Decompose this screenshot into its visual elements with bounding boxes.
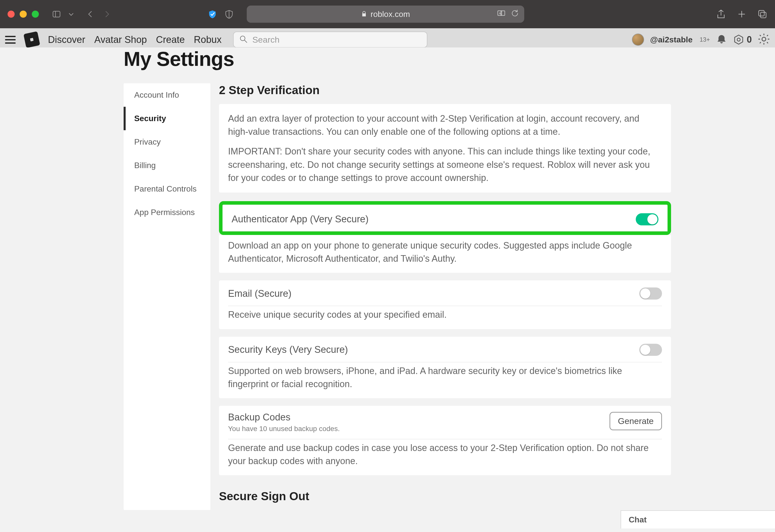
svg-rect-8 bbox=[759, 10, 764, 16]
avatar[interactable] bbox=[632, 34, 644, 46]
generate-backup-codes-button[interactable]: Generate bbox=[610, 412, 662, 430]
secure-sign-out-title: Secure Sign Out bbox=[219, 489, 671, 503]
svg-point-14 bbox=[762, 37, 766, 41]
address-bar[interactable]: roblox.com A bbox=[247, 6, 524, 23]
svg-point-10 bbox=[240, 36, 245, 41]
intro-card: Add an extra layer of protection to your… bbox=[219, 104, 671, 192]
forward-button bbox=[102, 10, 111, 19]
roblox-logo[interactable] bbox=[23, 31, 40, 48]
backup-codes-title: Backup Codes bbox=[228, 412, 340, 423]
sidebar-item-account-info[interactable]: Account Info bbox=[124, 83, 210, 107]
settings-side-nav: Account Info Security Privacy Billing Pa… bbox=[124, 83, 210, 510]
notifications-button[interactable] bbox=[716, 34, 727, 46]
svg-rect-0 bbox=[53, 11, 60, 17]
reload-button[interactable] bbox=[511, 9, 519, 19]
intro-p1: Add an extra layer of protection to your… bbox=[228, 112, 662, 138]
sidebar-item-app-permissions[interactable]: App Permissions bbox=[124, 201, 210, 224]
backup-codes-sub: You have 10 unused backup codes. bbox=[228, 425, 340, 433]
intro-p2: IMPORTANT: Don't share your security cod… bbox=[228, 145, 662, 184]
option-backup-codes: Backup Codes You have 10 unused backup c… bbox=[219, 406, 671, 475]
share-button[interactable] bbox=[716, 9, 726, 19]
svg-point-13 bbox=[737, 38, 740, 41]
option-email: Email (Secure) Receive unique security c… bbox=[219, 281, 671, 329]
new-tab-button[interactable] bbox=[737, 9, 747, 19]
sidebar-item-security[interactable]: Security bbox=[124, 107, 210, 130]
chat-dock[interactable]: Chat bbox=[621, 510, 775, 528]
nav-link-discover[interactable]: Discover bbox=[48, 34, 85, 45]
robux-balance[interactable]: 0 bbox=[733, 34, 752, 45]
search-box[interactable] bbox=[233, 32, 428, 48]
option-authenticator-toggle[interactable] bbox=[636, 213, 658, 225]
tracking-shield-icon[interactable] bbox=[224, 10, 234, 19]
nav-link-avatar-shop[interactable]: Avatar Shop bbox=[94, 34, 147, 45]
search-icon bbox=[239, 35, 248, 44]
fullscreen-window-button[interactable] bbox=[32, 11, 39, 18]
nav-link-create[interactable]: Create bbox=[156, 34, 185, 45]
sidebar-toggle-button[interactable] bbox=[52, 10, 61, 19]
chevron-down-icon[interactable] bbox=[67, 10, 76, 19]
svg-marker-12 bbox=[735, 35, 743, 44]
backup-codes-desc: Generate and use backup codes in case yo… bbox=[228, 441, 662, 468]
page-title: My Settings bbox=[124, 47, 671, 71]
close-window-button[interactable] bbox=[8, 11, 15, 18]
window-controls bbox=[8, 11, 39, 18]
url-text: roblox.com bbox=[370, 10, 410, 19]
sidebar-item-privacy[interactable]: Privacy bbox=[124, 130, 210, 154]
sidebar-item-billing[interactable]: Billing bbox=[124, 154, 210, 177]
minimize-window-button[interactable] bbox=[20, 11, 27, 18]
username[interactable]: @ai2stable bbox=[650, 35, 693, 44]
option-security-keys-desc: Supported on web browsers, iPhone, and i… bbox=[228, 365, 662, 391]
option-authenticator-body: Download an app on your phone to generat… bbox=[219, 235, 671, 273]
settings-gear-button[interactable] bbox=[758, 33, 770, 46]
svg-line-11 bbox=[244, 40, 247, 43]
lock-icon bbox=[361, 10, 367, 19]
option-email-desc: Receive unique security codes at your sp… bbox=[228, 308, 662, 321]
option-security-keys-title: Security Keys (Very Secure) bbox=[228, 344, 348, 355]
option-authenticator-title: Authenticator App (Very Secure) bbox=[231, 214, 368, 224]
translate-icon[interactable]: A bbox=[497, 9, 506, 19]
option-security-keys-toggle[interactable] bbox=[639, 344, 662, 356]
robux-count: 0 bbox=[747, 34, 752, 45]
nav-link-robux[interactable]: Robux bbox=[194, 34, 221, 45]
section-title: 2 Step Verification bbox=[219, 83, 671, 97]
svg-text:A: A bbox=[499, 12, 501, 15]
sidebar-item-parental-controls[interactable]: Parental Controls bbox=[124, 177, 210, 201]
privacy-shield-icon[interactable] bbox=[208, 10, 217, 19]
chat-label: Chat bbox=[629, 515, 647, 524]
option-email-title: Email (Secure) bbox=[228, 288, 291, 299]
option-authenticator-desc: Download an app on your phone to generat… bbox=[228, 239, 662, 265]
age-badge: 13+ bbox=[700, 36, 710, 43]
browser-titlebar: roblox.com A bbox=[0, 0, 775, 28]
hamburger-menu-button[interactable] bbox=[5, 34, 16, 45]
option-email-toggle[interactable] bbox=[639, 288, 662, 300]
svg-rect-9 bbox=[761, 12, 766, 18]
option-security-keys: Security Keys (Very Secure) Supported on… bbox=[219, 337, 671, 398]
back-button[interactable] bbox=[86, 10, 95, 19]
option-authenticator-highlight: Authenticator App (Very Secure) bbox=[219, 201, 671, 235]
search-input[interactable] bbox=[252, 35, 421, 45]
tab-overview-button[interactable] bbox=[757, 9, 767, 19]
